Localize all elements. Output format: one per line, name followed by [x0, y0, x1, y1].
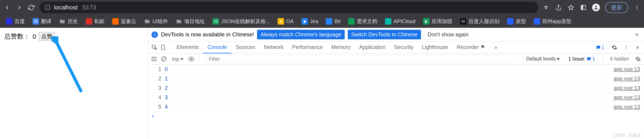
bookmark-item[interactable]: ◆Jira: [298, 17, 321, 26]
forward-button[interactable]: [16, 4, 23, 11]
source-link[interactable]: app.vue:13: [614, 104, 640, 110]
devtools-tab[interactable]: Sources: [232, 41, 260, 53]
address-bar[interactable]: localhost:5173: [40, 2, 538, 13]
inspect-icon[interactable]: [150, 44, 158, 51]
devtools-language-notice: i DevTools is now available in Chinese! …: [148, 28, 644, 41]
favicon: [385, 18, 392, 25]
bookmark-item[interactable]: 历史: [56, 17, 81, 26]
share-icon[interactable]: [555, 4, 562, 11]
issues-badge[interactable]: 1 Issue: 1: [565, 55, 598, 63]
svg-point-15: [626, 47, 626, 48]
bookmark-label: 私邮: [94, 18, 104, 25]
bookmark-label: 郑州app原型: [542, 18, 571, 25]
bookmark-item[interactable]: 蓝奏云: [109, 17, 139, 26]
bookmark-label: 百度: [14, 18, 25, 25]
kebab-menu-icon[interactable]: [622, 44, 630, 51]
svg-line-10: [56, 41, 82, 92]
favicon: AI: [460, 18, 466, 25]
chrome-menu-icon[interactable]: [633, 4, 640, 11]
bookmark-item[interactable]: ◐应用加固: [420, 17, 455, 26]
translate-icon[interactable]: [542, 4, 550, 11]
messages-badge[interactable]: 1: [594, 44, 607, 51]
svg-line-22: [162, 57, 166, 61]
source-link[interactable]: app.vue:13: [614, 66, 640, 72]
context-selector[interactable]: top ▾: [170, 56, 185, 62]
console-row: 32app.vue:13: [148, 83, 644, 93]
console-row: 54app.vue:13: [148, 102, 644, 112]
devtools-tab[interactable]: Elements: [172, 41, 203, 53]
bookmark-item[interactable]: 译翻译: [30, 17, 54, 26]
favicon: ◆: [302, 18, 308, 25]
sidebar-toggle-icon[interactable]: [150, 56, 158, 62]
devtools-tab[interactable]: Recorder ⚑: [452, 41, 489, 53]
bookmark-item[interactable]: 郑州app原型: [531, 17, 574, 26]
console-filter-bar: top ▾ Default levels ▾ 1 Issue: 1 6 hidd…: [148, 53, 644, 65]
favicon: [534, 18, 540, 25]
devtools-tab[interactable]: Application: [355, 41, 390, 53]
devtools-tab[interactable]: Console: [203, 41, 232, 53]
update-button[interactable]: 更新: [605, 2, 628, 13]
bookmark-item[interactable]: 私邮: [83, 17, 108, 26]
console-settings-icon[interactable]: [634, 56, 642, 62]
devtools-panel: i DevTools is now available in Chinese! …: [148, 28, 644, 139]
bookmark-item[interactable]: ★OA: [275, 17, 297, 26]
devtools-tab[interactable]: Network: [260, 41, 288, 53]
log-levels-selector[interactable]: Default levels ▾: [524, 55, 562, 63]
log-value: 1: [165, 75, 168, 82]
svg-point-7: [636, 5, 637, 6]
folder-icon: [176, 18, 182, 25]
live-expression-icon[interactable]: [188, 56, 195, 62]
settings-icon[interactable]: [610, 44, 618, 51]
source-link[interactable]: app.vue:13: [614, 75, 640, 82]
close-devtools-icon[interactable]: [634, 44, 642, 51]
svg-point-9: [636, 8, 637, 9]
bookmark-item[interactable]: 原型: [504, 17, 529, 26]
console-prompt[interactable]: ›: [148, 112, 644, 120]
devtools-tab[interactable]: Performance: [288, 41, 327, 53]
bookmark-item[interactable]: Bit: [323, 17, 344, 26]
profile-avatar[interactable]: [592, 4, 600, 11]
devtools-tab[interactable]: Lighthouse: [418, 41, 452, 53]
close-icon[interactable]: ×: [633, 31, 640, 38]
devtools-tab[interactable]: Security: [390, 41, 418, 53]
console-row: 43app.vue:13: [148, 93, 644, 102]
bookmark-item[interactable]: JSJSON在线解析及格...: [210, 17, 273, 26]
match-language-button[interactable]: Always match Chrome's language: [257, 30, 345, 39]
bookmark-item[interactable]: 项目地址: [173, 17, 208, 26]
watermark: CSDN 亿速云: [613, 132, 641, 138]
bookmark-star-icon[interactable]: [567, 4, 574, 11]
devtools-tab[interactable]: Memory: [327, 41, 355, 53]
bookmark-item[interactable]: UI组件: [141, 17, 171, 26]
filter-input[interactable]: [206, 55, 519, 63]
favicon: ★: [278, 18, 284, 25]
hidden-count: 6 hidden: [608, 56, 632, 62]
line-number: 4: [152, 94, 161, 101]
source-link[interactable]: app.vue:13: [614, 85, 640, 91]
device-icon[interactable]: [159, 44, 167, 51]
bookmark-item[interactable]: APICloud: [382, 17, 418, 26]
back-button[interactable]: [4, 4, 11, 11]
source-link[interactable]: app.vue:13: [614, 94, 640, 101]
dont-show-button[interactable]: Don't show again: [424, 29, 472, 40]
console-row: 10app.vue:13: [148, 65, 644, 74]
bookmark-label: 百度人脸识别: [468, 18, 500, 25]
bookmark-label: OA: [286, 18, 294, 24]
bookmark-label: Jira: [310, 18, 318, 24]
svg-marker-3: [568, 5, 573, 10]
bookmark-item[interactable]: 百度: [3, 17, 28, 26]
favicon: [6, 18, 12, 25]
log-value: 3: [165, 94, 168, 101]
more-tabs-icon[interactable]: »: [490, 42, 502, 53]
sidepanel-icon[interactable]: [580, 4, 587, 11]
clear-console-icon[interactable]: [160, 56, 167, 62]
reload-button[interactable]: [28, 4, 35, 11]
switch-language-button[interactable]: Switch DevTools to Chinese: [348, 30, 421, 39]
like-label: 总赞数：: [4, 32, 30, 41]
bookmark-item[interactable]: AI百度人脸识别: [457, 17, 502, 26]
devtools-tabs: ElementsConsoleSourcesNetworkPerformance…: [148, 41, 644, 53]
url-port: :5173: [81, 4, 96, 11]
folder-icon: [144, 18, 150, 25]
bookmark-item[interactable]: 需求文档: [345, 17, 380, 26]
bookmark-label: 翻译: [41, 18, 52, 25]
svg-point-6: [595, 6, 597, 7]
